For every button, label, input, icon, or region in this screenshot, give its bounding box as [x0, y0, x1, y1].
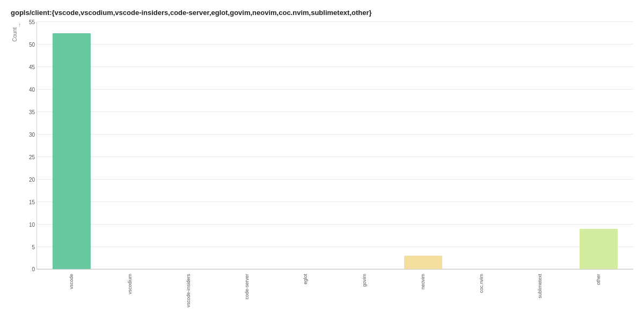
bar-group — [218, 22, 276, 269]
x-label-group: sublimetext — [511, 272, 569, 308]
y-tick-label: 55 — [29, 19, 37, 25]
y-tick-label: 0 — [32, 266, 37, 272]
bar-group — [569, 22, 628, 269]
chart-area: ↑ Count 0510152025303540455055 vscodevsc… — [11, 22, 633, 308]
x-axis-label: vscode — [69, 274, 74, 289]
chart-inner: 0510152025303540455055 vscodevscodiumvsc… — [36, 22, 633, 308]
y-axis-arrow: ↑ — [18, 22, 21, 28]
y-tick-label: 10 — [29, 221, 37, 227]
bar-group — [511, 22, 569, 269]
bar-group — [101, 22, 159, 269]
x-label-group: vscode-insiders — [159, 272, 217, 308]
x-label-group: govim — [335, 272, 393, 308]
bar-group — [159, 22, 218, 269]
x-label-group: code-server — [218, 272, 276, 308]
x-label-group: other — [569, 272, 628, 308]
bar — [404, 256, 442, 269]
bar-group — [394, 22, 452, 269]
y-tick-label: 35 — [29, 109, 37, 115]
bar — [580, 229, 618, 270]
x-axis-label: vscode-insiders — [186, 274, 191, 308]
x-label-group: neovim — [393, 272, 452, 308]
chart-title: gopls/client:{vscode,vscodium,vscode-ins… — [11, 9, 633, 17]
x-axis-label: eglot — [303, 274, 308, 285]
x-label-group: coc.nvim — [452, 272, 510, 308]
bar-group — [276, 22, 335, 269]
y-tick-label: 50 — [29, 41, 37, 47]
x-axis-label: govim — [362, 274, 367, 287]
x-label-group: vscode — [42, 272, 100, 308]
x-axis-label: vscodium — [127, 274, 133, 294]
bars-container — [37, 22, 633, 269]
page: gopls/client:{vscode,vscodium,vscode-ins… — [0, 0, 644, 313]
y-tick-label: 45 — [29, 64, 37, 70]
bar — [53, 33, 91, 269]
y-tick-label: 25 — [29, 154, 37, 160]
bar-group — [452, 22, 511, 269]
y-tick-label: 20 — [29, 176, 37, 182]
y-tick-label: 30 — [29, 131, 37, 137]
y-tick-label: 15 — [29, 199, 37, 205]
x-axis-label: code-server — [244, 274, 250, 300]
y-axis-label: Count — [12, 27, 18, 42]
x-axis-label: other — [596, 274, 601, 285]
bar-group — [42, 22, 101, 269]
x-axis-label: neovim — [420, 274, 426, 289]
y-tick-label: 5 — [32, 244, 37, 250]
x-axis-label: coc.nvim — [479, 274, 484, 293]
x-label-group: vscodium — [100, 272, 159, 308]
x-labels: vscodevscodiumvscode-insiderscode-server… — [36, 272, 633, 308]
grid-and-bars: 0510152025303540455055 — [36, 22, 633, 270]
x-label-group: eglot — [276, 272, 335, 308]
y-tick-label: 40 — [29, 86, 37, 92]
x-axis-label: sublimetext — [537, 274, 543, 299]
bar-group — [335, 22, 393, 269]
